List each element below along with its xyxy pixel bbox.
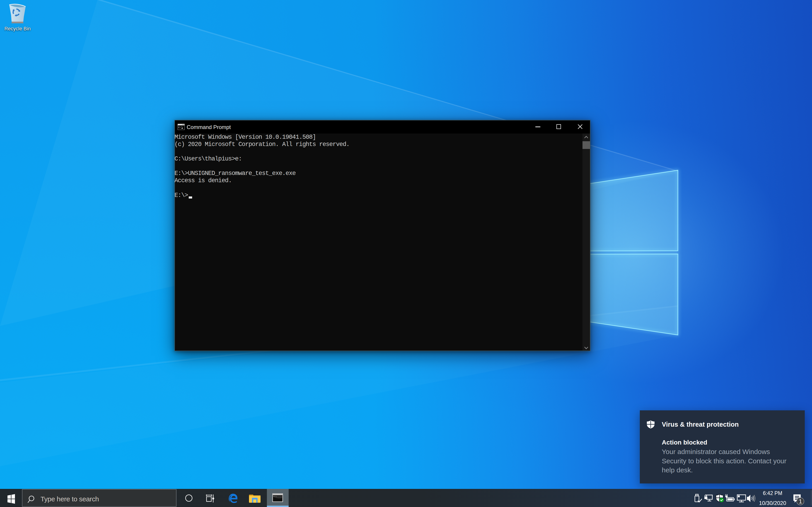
svg-text:C:\: C:\ <box>273 496 277 498</box>
svg-text:1: 1 <box>799 498 802 505</box>
